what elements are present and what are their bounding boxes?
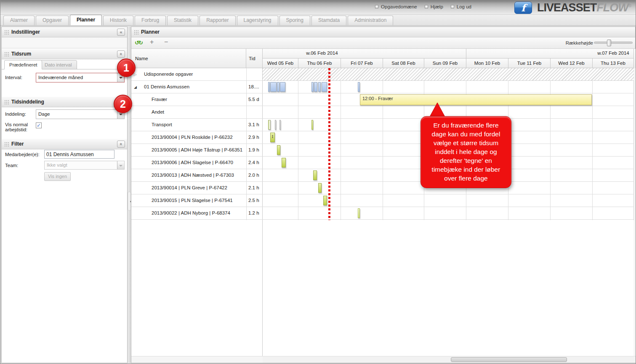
task-name[interactable]: 2013/90013 | ADH Næstved | P-67303 [152,173,234,178]
table-row[interactable]: 2013/90014 | PLN Greve | P-674222.1 h [131,182,263,194]
hjaelp-link[interactable]: Hjælp [425,4,443,9]
task-name[interactable]: Andet [152,109,164,114]
task-bar[interactable] [311,82,314,92]
table-row[interactable]: 2013/90004 | PLN Roskilde | P-662322.9 h [131,131,263,144]
tab-administration[interactable]: Administration [348,16,393,25]
day-header-thu-06-feb[interactable]: Thu 06 Feb [298,58,341,68]
table-row[interactable]: Andet [131,106,263,119]
day-header-sun-09-feb[interactable]: Sun 09 Feb [424,58,466,68]
task-bar[interactable]: I [270,133,275,142]
collapse-panel-button[interactable]: « [117,29,125,36]
task-bar[interactable] [275,120,276,130]
collapse-filter-button[interactable]: « [117,141,125,148]
splitter-collapse-handle[interactable] [128,191,131,211]
task-name[interactable]: Udisponerede opgaver [144,72,193,77]
table-row[interactable]: ▷Udisponerede opgaver [131,68,263,81]
inddeling-select[interactable]: Dage [36,109,125,119]
vis-ingen-button[interactable]: Vis ingen [44,172,71,181]
expand-node-icon[interactable]: ▷ [134,72,137,77]
tab-lagerstyring[interactable]: Lagerstyring [237,16,278,25]
task-name[interactable]: Transport [152,122,172,127]
table-row[interactable]: 2013/90005 | ADH Høje Tåstrup | P-663511… [131,144,263,157]
drag-grip-icon[interactable] [4,30,9,35]
day-header-thu-13-feb[interactable]: Thu 13 Feb [593,58,634,68]
vertical-scrollbar-gutter[interactable] [634,68,636,358]
task-bar[interactable] [277,82,279,92]
task-name[interactable]: 2013/90006 | ADH Slagelse | P-66470 [152,160,233,165]
chart-hscroll-thumb[interactable] [451,357,567,362]
table-row[interactable]: 2013/90022 | ADH Nyborg | P-683741.2 h [131,207,263,220]
tab-rapporter[interactable]: Rapporter [200,16,235,25]
day-header-mon-10-feb[interactable]: Mon 10 Feb [466,58,508,68]
column-header-name[interactable]: Name [131,49,246,68]
tab-historik[interactable]: Historik [103,16,133,25]
table-row[interactable]: 2013/90006 | ADH Slagelse | P-664702.4 h [131,157,263,169]
task-bar[interactable] [358,82,360,92]
absence-bar[interactable]: 12:00 - Fravær [360,94,592,105]
interval-select[interactable]: Indeværende måned [36,73,125,82]
table-hscroll-track[interactable] [131,356,263,363]
tab-statistik[interactable]: Statistik [167,16,198,25]
task-bar[interactable] [311,120,313,130]
refresh-icon[interactable]: ↺↻ [135,40,142,46]
tab-sporing[interactable]: Sporing [279,16,310,25]
collapse-node-icon[interactable]: ◢ [134,85,137,89]
opgavedomaene-link[interactable]: Opgavedomæne [375,4,417,9]
zoom-in-button[interactable]: + [150,38,154,46]
task-name[interactable]: 2013/90022 | ADH Nyborg | P-68374 [152,210,230,215]
column-header-tid[interactable]: Tid [246,49,263,68]
task-bar[interactable] [314,82,317,92]
task-name[interactable]: 2013/90014 | PLN Greve | P-67422 [152,185,227,190]
team-select[interactable]: Ikke valgt [44,161,125,170]
task-bar[interactable] [313,170,317,180]
task-name[interactable]: 2013/90005 | ADH Høje Tåstrup | P-66351 [152,147,242,152]
task-bar[interactable] [277,145,280,155]
table-row[interactable]: Fravær5.5 d [131,93,263,106]
collapse-tidsrum-button[interactable]: « [117,50,125,58]
task-bar[interactable] [280,82,285,92]
panel-splitter[interactable] [128,27,131,363]
day-header-tue-11-feb[interactable]: Tue 11 Feb [508,58,551,68]
day-header-fri-07-feb[interactable]: Fri 07 Feb [341,58,383,68]
log-ud-link[interactable]: Log ud [451,4,471,9]
task-bar[interactable] [318,82,321,92]
table-row[interactable]: 2013/90015 | PLN Slagelse | P-675412.5 h [131,194,263,207]
task-bar[interactable] [279,120,281,130]
tab-opgaver[interactable]: Opgaver [36,16,69,25]
tab-praedefineret[interactable]: Prædefineret [4,60,42,69]
tab-dato-interval[interactable]: Dato interval [40,60,77,69]
task-bar[interactable] [323,196,327,205]
chart-hscroll-track[interactable] [263,356,636,363]
table-row[interactable]: Transport3.1 h [131,119,263,131]
task-name[interactable]: 2013/90004 | PLN Roskilde | P-66232 [152,135,233,140]
row-height-slider[interactable] [594,42,633,44]
task-name[interactable]: 01 Dennis Asmussen [144,84,189,89]
day-header-wed-05-feb[interactable]: Wed 05 Feb [263,58,298,68]
day-header-wed-12-feb[interactable]: Wed 12 Feb [551,58,593,68]
tab-alarmer[interactable]: Alarmer [3,16,35,25]
task-bar[interactable] [268,120,271,130]
day-header-sat-08-feb[interactable]: Sat 08 Feb [383,58,424,68]
zoom-out-button[interactable]: − [164,38,168,46]
drag-grip-icon[interactable] [4,100,9,104]
task-bar[interactable] [282,158,286,167]
task-bar[interactable] [270,82,277,92]
table-row[interactable]: 2013/90013 | ADH Næstved | P-673032.0 h [131,169,263,182]
task-name[interactable]: 2013/90015 | PLN Slagelse | P-67541 [152,198,233,203]
chart-row[interactable] [263,207,634,220]
task-bar[interactable] [268,82,270,92]
drag-grip-icon[interactable] [134,30,138,35]
task-bar[interactable] [318,183,322,193]
table-row[interactable]: ◢01 Dennis Asmussen18.... [131,81,263,93]
medarbejder-input[interactable] [44,150,114,159]
slider-thumb[interactable] [607,40,611,46]
tab-forbrug[interactable]: Forbrug [135,16,166,25]
drag-grip-icon[interactable] [4,142,9,146]
vis-normal-checkbox[interactable]: ✓ [36,122,42,128]
task-bar[interactable] [322,82,327,92]
drag-grip-icon[interactable] [4,52,9,56]
tab-stamdata[interactable]: Stamdata [311,16,346,25]
chart-row[interactable] [263,194,634,207]
task-bar[interactable] [358,208,360,218]
tab-planner[interactable]: Planner [70,15,102,25]
